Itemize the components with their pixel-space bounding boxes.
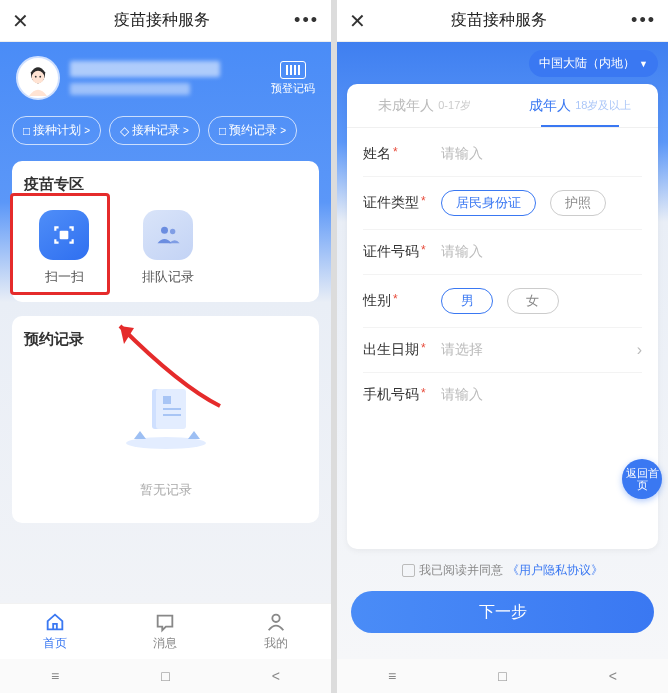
- content-right: 中国大陆（内地） ▼ 未成年人 0-17岁 成年人 18岁及以上 姓名* 请输入: [337, 42, 668, 659]
- tool-queue[interactable]: 排队记录: [136, 210, 200, 286]
- chip-reserve[interactable]: □ 预约记录 >: [208, 116, 297, 145]
- row-idno[interactable]: 证件号码* 请输入: [363, 230, 642, 275]
- idtype-idcard[interactable]: 居民身份证: [441, 190, 536, 216]
- empty-text: 暂无记录: [140, 481, 192, 499]
- scan-icon: [39, 210, 89, 260]
- android-nav-left: ≡ □ <: [0, 659, 331, 693]
- zone-card: 疫苗专区 扫一扫: [12, 161, 319, 302]
- empty-illustration-icon: [116, 381, 216, 461]
- barcode-label: 预登记码: [271, 81, 315, 96]
- tool-scan[interactable]: 扫一扫: [32, 210, 96, 286]
- profile-icon: [265, 611, 287, 633]
- content-left: 预登记码 □ 接种计划 > ◇ 接种记录 > □ 预约记录 > 疫苗专区: [0, 42, 331, 603]
- empty-state: 暂无记录: [24, 361, 307, 509]
- records-card: 预约记录 暂无记录: [12, 316, 319, 523]
- form-body: 姓名* 请输入 证件类型* 居民身份证 护照 证件号码* 请输入 性别*: [347, 128, 658, 421]
- age-tabs: 未成年人 0-17岁 成年人 18岁及以上: [347, 84, 658, 128]
- profile-blur: [70, 61, 271, 95]
- chevron-down-icon: ▼: [639, 59, 648, 69]
- svg-point-5: [161, 227, 168, 234]
- barcode-icon: [280, 61, 306, 79]
- close-icon[interactable]: ✕: [349, 9, 366, 33]
- page-title: 疫苗接种服务: [114, 10, 210, 31]
- form-card: 未成年人 0-17岁 成年人 18岁及以上 姓名* 请输入 证件类型* 居民身份…: [347, 84, 658, 549]
- phone-left: ✕ 疫苗接种服务 ••• 预登记码: [0, 0, 331, 693]
- android-menu-icon[interactable]: ≡: [51, 668, 59, 684]
- svg-point-1: [32, 71, 45, 84]
- barcode-button[interactable]: 预登记码: [271, 61, 315, 96]
- zone-title: 疫苗专区: [24, 175, 307, 194]
- row-idtype: 证件类型* 居民身份证 护照: [363, 177, 642, 230]
- phone-input[interactable]: 请输入: [441, 386, 642, 404]
- chip-row: □ 接种计划 > ◇ 接种记录 > □ 预约记录 >: [12, 116, 319, 145]
- android-home-icon[interactable]: □: [161, 668, 169, 684]
- idno-input[interactable]: 请输入: [441, 243, 642, 261]
- svg-point-3: [39, 76, 41, 78]
- avatar[interactable]: [16, 56, 60, 100]
- phone-right: ✕ 疫苗接种服务 ••• 中国大陆（内地） ▼ 未成年人 0-17岁 成年人 1…: [337, 0, 668, 693]
- more-icon[interactable]: •••: [294, 10, 319, 31]
- idtype-passport[interactable]: 护照: [550, 190, 606, 216]
- android-back-icon[interactable]: <: [609, 668, 617, 684]
- agree-row: 我已阅读并同意 《用户隐私协议》: [337, 562, 668, 579]
- tab-me[interactable]: 我的: [221, 604, 331, 659]
- tabbar-left: 首页 消息 我的: [0, 603, 331, 659]
- privacy-link[interactable]: 《用户隐私协议》: [507, 562, 603, 579]
- row-phone[interactable]: 手机号码* 请输入: [363, 373, 642, 417]
- svg-rect-9: [163, 396, 171, 404]
- close-icon[interactable]: ✕: [12, 9, 29, 33]
- chevron-right-icon: ›: [637, 341, 642, 359]
- row-name[interactable]: 姓名* 请输入: [363, 132, 642, 177]
- name-input[interactable]: 请输入: [441, 145, 642, 163]
- next-button[interactable]: 下一步: [351, 591, 654, 633]
- chip-record[interactable]: ◇ 接种记录 >: [109, 116, 200, 145]
- tab-msg[interactable]: 消息: [110, 604, 220, 659]
- agree-text: 我已阅读并同意: [419, 562, 503, 579]
- page-title: 疫苗接种服务: [451, 10, 547, 31]
- android-home-icon[interactable]: □: [498, 668, 506, 684]
- svg-rect-4: [60, 231, 69, 240]
- message-icon: [154, 611, 176, 633]
- android-back-icon[interactable]: <: [272, 668, 280, 684]
- agree-checkbox[interactable]: [402, 564, 415, 577]
- profile-row: 预登记码: [12, 42, 319, 110]
- go-home-button[interactable]: 返回首页: [622, 459, 662, 499]
- tab-minor[interactable]: 未成年人 0-17岁: [347, 84, 503, 127]
- queue-icon: [143, 210, 193, 260]
- android-menu-icon[interactable]: ≡: [388, 668, 396, 684]
- tab-home[interactable]: 首页: [0, 604, 110, 659]
- navbar-left: ✕ 疫苗接种服务 •••: [0, 0, 331, 42]
- gender-female[interactable]: 女: [507, 288, 559, 314]
- region-select[interactable]: 中国大陆（内地） ▼: [529, 50, 658, 77]
- dob-select[interactable]: 请选择: [441, 341, 637, 359]
- home-icon: [44, 611, 66, 633]
- chip-plan[interactable]: □ 接种计划 >: [12, 116, 101, 145]
- svg-point-13: [272, 615, 279, 622]
- row-gender: 性别* 男 女: [363, 275, 642, 328]
- records-title: 预约记录: [24, 330, 307, 349]
- more-icon[interactable]: •••: [631, 10, 656, 31]
- gender-male[interactable]: 男: [441, 288, 493, 314]
- navbar-right: ✕ 疫苗接种服务 •••: [337, 0, 668, 42]
- android-nav-right: ≡ □ <: [337, 659, 668, 693]
- svg-point-6: [170, 229, 175, 234]
- tab-adult[interactable]: 成年人 18岁及以上: [503, 84, 659, 127]
- row-dob[interactable]: 出生日期* 请选择 ›: [363, 328, 642, 373]
- svg-point-2: [35, 76, 37, 78]
